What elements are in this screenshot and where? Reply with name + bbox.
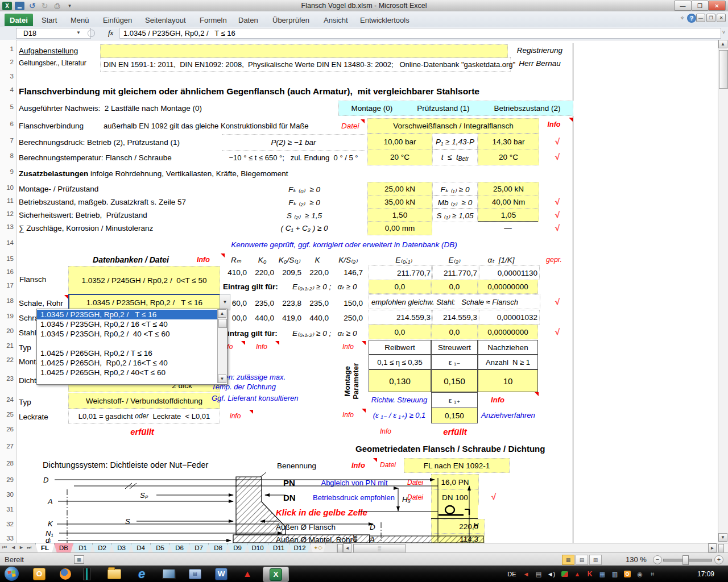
r10-wert1-cell[interactable]: 25,00 kN (367, 182, 432, 196)
row-number[interactable]: 18 (0, 297, 14, 304)
row-number[interactable]: 10 (0, 184, 14, 191)
streuwert-cell[interactable]: 0,150 (431, 369, 478, 392)
dropdown-item-selected[interactable]: 1.0345 / P235GH, Rp0,2 / T ≤ 16 (37, 310, 220, 319)
fax-app-icon[interactable]: ▤ (185, 567, 205, 581)
sheet-tab-d12[interactable]: D12 (289, 543, 311, 553)
tray-language[interactable]: DE (505, 569, 519, 579)
row-number[interactable]: 8 (0, 152, 14, 159)
zoom-out-icon[interactable]: − (653, 555, 662, 564)
firefox-icon[interactable] (56, 567, 75, 581)
formula-input[interactable]: 1.0345 / P235GH, Rp0,2 / T ≤ 16 (119, 28, 721, 39)
scrollbar-thumb[interactable] (218, 319, 227, 328)
view-normal-icon[interactable]: ▦ (562, 555, 574, 565)
sheet-tab-d3[interactable]: D3 (111, 543, 131, 553)
r12-wert2-cell[interactable]: 1,05 (478, 208, 539, 222)
temp-flansch-cell[interactable]: 20 °C (367, 149, 432, 165)
info-link-r15[interactable]: Info (197, 255, 216, 265)
tab-entwicklertools[interactable]: Entwicklertools (355, 14, 415, 26)
row-number[interactable]: 24 (0, 396, 14, 403)
dropdown-button[interactable]: ▼ (220, 294, 230, 310)
row-number[interactable]: 9 (0, 168, 14, 175)
row-number[interactable]: 22 (0, 356, 14, 363)
hscroll-splitter[interactable] (337, 544, 343, 553)
sheet-tab-d7[interactable]: D7 (189, 543, 209, 553)
scroll-up-icon[interactable]: ▲ (718, 40, 727, 48)
explorer-icon[interactable] (105, 567, 124, 581)
sheet-tab-d10[interactable]: D10 (247, 543, 268, 553)
zoom-slider-thumb[interactable] (682, 555, 689, 565)
flanschtyp-cell[interactable]: Vorschweißflansch / Integralflansch (367, 118, 539, 134)
sheet-tab-d9[interactable]: D9 (228, 543, 247, 553)
info-link-r21b[interactable]: Info (256, 342, 273, 351)
row-number[interactable]: 31 (0, 506, 14, 513)
info-link-r25a[interactable]: info (230, 411, 246, 421)
vscroll-thumb[interactable] (719, 50, 728, 89)
tab-start[interactable]: Start (36, 14, 62, 26)
r20-v3-cell[interactable]: 0,00000000 (478, 325, 538, 339)
hscroll-splitter-right[interactable] (718, 544, 724, 553)
orange-app-icon[interactable]: O (622, 569, 632, 579)
sheet-tab-d5[interactable]: D5 (150, 543, 170, 553)
internet-explorer-icon[interactable]: e (132, 567, 151, 581)
druck-pruef-cell[interactable]: 14,30 bar (478, 134, 539, 150)
media-app-icon[interactable] (81, 567, 92, 581)
temp-schraube-cell[interactable]: 20 °C (478, 149, 539, 165)
row-number[interactable]: 2 (0, 59, 14, 65)
tab-daten[interactable]: Daten (233, 14, 263, 26)
row-number[interactable]: 14 (0, 239, 14, 246)
row-number[interactable]: 11 (0, 197, 14, 204)
tab-nav-prev-icon[interactable]: ◄ (11, 544, 16, 550)
insert-function-icon[interactable]: fx (108, 28, 113, 38)
insert-worksheet-tab[interactable]: ✦⬭ (310, 543, 326, 553)
zoom-in-icon[interactable]: + (714, 555, 723, 564)
dichtungsart-cell[interactable]: Weichstoff- / Verbundstoffdichtung (68, 393, 220, 409)
sheet-tab-db[interactable]: DB (54, 543, 73, 553)
r12-wert1-cell[interactable]: 1,50 (367, 208, 432, 222)
tab-nav-next-icon[interactable]: ► (19, 544, 24, 550)
row-number[interactable]: 29 (0, 476, 14, 483)
restore-button[interactable]: ❐ (691, 1, 709, 11)
r20-v1-cell[interactable]: 0,0 (369, 325, 431, 339)
scroll-up-icon[interactable]: ▲ (218, 309, 226, 318)
scroll-right-icon[interactable]: ► (708, 543, 717, 552)
speaker-muted-icon[interactable]: ◄ (521, 569, 531, 579)
workbook-minimize-icon[interactable]: — (696, 14, 705, 22)
journal-tray-icon[interactable]: ▥ (610, 569, 620, 579)
hscroll-thumb[interactable]: ▒ (353, 544, 406, 553)
r17-v1-cell[interactable]: 0,0 (369, 280, 431, 294)
fax-tray-icon[interactable]: ▦ (597, 569, 607, 579)
antivirus-icon[interactable]: ▲ (572, 569, 582, 579)
minimize-button[interactable]: — (674, 1, 692, 11)
sheet-tab-d8[interactable]: D8 (208, 543, 228, 553)
row-number[interactable]: 25 (0, 411, 14, 418)
vertical-scrollbar[interactable]: ▲ ▼ (718, 40, 728, 543)
druck-betrieb-cell[interactable]: 10,00 bar (367, 134, 432, 150)
volume-icon[interactable]: ◄) (546, 569, 556, 579)
ribbon-collapse-icon[interactable]: ✧ (680, 15, 685, 21)
row-number[interactable]: 1 (0, 45, 14, 52)
sheet-tab-d2[interactable]: D2 (92, 543, 112, 553)
row-number[interactable]: 30 (0, 491, 14, 498)
view-pagebreak-icon[interactable]: ▥ (589, 555, 602, 565)
adobe-reader-icon[interactable]: ▲ (238, 567, 257, 581)
r11-wert2-cell[interactable]: 40,00 Nm (478, 195, 539, 209)
sync-status-icon[interactable] (560, 569, 570, 579)
tab-ueberpruefen[interactable]: Überprüfen (267, 14, 315, 26)
excel-taskbar-icon[interactable]: X (263, 567, 289, 582)
row-number[interactable]: 28 (0, 460, 14, 467)
r11-wert1-cell[interactable]: 35,00 kN (367, 195, 432, 209)
sheet-tab-d1[interactable]: D1 (73, 543, 93, 553)
row-number[interactable]: 15 (0, 255, 14, 262)
tab-nav-last-icon[interactable]: ⏭ (27, 544, 31, 551)
row-number[interactable]: 27 (0, 443, 14, 450)
row-number[interactable]: 32 (0, 521, 14, 527)
row-number[interactable]: 20 (0, 327, 14, 334)
help-icon[interactable]: ? (687, 14, 696, 23)
r20-v2-cell[interactable]: 0,0 (431, 325, 478, 339)
r13-wert1-cell[interactable]: 0,00 mm (367, 221, 432, 235)
tab-nav-first-icon[interactable]: ⏮ (2, 544, 7, 551)
formula-bar-expand-icon[interactable]: ˅ (722, 30, 725, 35)
sheet-tab-d11[interactable]: D11 (268, 543, 289, 553)
word-icon[interactable]: W (212, 567, 231, 581)
tab-ansicht[interactable]: Ansicht (318, 14, 353, 26)
